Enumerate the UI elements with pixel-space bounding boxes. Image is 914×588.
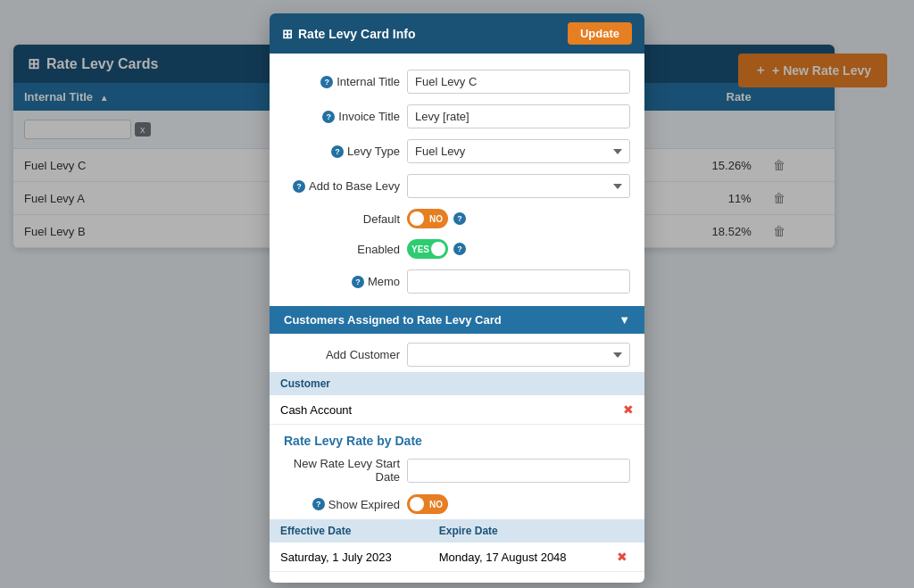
modal-title-text: Rate Levy Card Info	[298, 27, 415, 41]
show-expired-slider: NO	[407, 494, 448, 514]
rate-levy-card-modal: ⊞ Rate Levy Card Info Update ? Internal …	[270, 13, 644, 583]
modal-overlay: ⊞ Rate Levy Card Info Update ? Internal …	[0, 0, 914, 588]
levy-type-label: ? Levy Type	[284, 145, 400, 158]
modal-card-icon: ⊞	[282, 27, 293, 41]
invoice-title-label: ? Invoice Title	[284, 110, 400, 123]
default-toggle[interactable]: NO	[407, 209, 448, 228]
help-icon[interactable]: ?	[322, 111, 335, 123]
add-customer-select[interactable]	[407, 343, 630, 367]
update-button[interactable]: Update	[568, 22, 632, 45]
default-toggle-wrap: NO ?	[407, 209, 466, 228]
enabled-toggle-wrap: YES ?	[407, 239, 466, 259]
actions-col	[606, 519, 644, 542]
internal-title-row: ? Internal Title	[270, 64, 644, 99]
default-label: Default	[284, 212, 400, 226]
show-expired-toggle-wrap: NO	[407, 494, 448, 514]
add-to-base-levy-row: ? Add to Base Levy	[270, 169, 644, 203]
add-to-base-levy-select[interactable]	[407, 174, 630, 198]
invoice-title-row: ? Invoice Title	[270, 99, 644, 134]
expire-date: Monday, 17 August 2048	[428, 542, 606, 572]
memo-label: ? Memo	[284, 275, 400, 288]
add-customer-label: Add Customer	[284, 348, 400, 361]
default-row: Default NO ?	[270, 203, 644, 234]
modal-title-wrap: ⊞ Rate Levy Card Info	[282, 27, 415, 41]
help-icon[interactable]: ?	[352, 276, 364, 288]
internal-title-input[interactable]	[407, 70, 630, 94]
help-icon[interactable]: ?	[331, 145, 344, 158]
remove-customer-btn[interactable]: ✖	[623, 402, 634, 417]
enabled-toggle[interactable]: YES	[407, 239, 448, 259]
chevron-down-icon: ▼	[619, 313, 630, 327]
levy-type-select[interactable]: Fuel Levy	[407, 139, 630, 163]
modal-header: ⊞ Rate Levy Card Info Update	[270, 13, 644, 54]
customer-col-action	[548, 372, 644, 395]
memo-input[interactable]	[407, 269, 630, 294]
rate-section-title: Rate Levy Rate by Date	[270, 425, 644, 451]
internal-title-label: ? Internal Title	[284, 75, 400, 88]
customers-section-header[interactable]: Customers Assigned to Rate Levy Card ▼	[270, 306, 644, 334]
toggle-no-label: NO	[429, 214, 443, 224]
customer-row: Cash Account ✖	[270, 395, 644, 425]
toggle-slider-off: NO	[407, 209, 448, 228]
memo-row: ? Memo	[270, 264, 644, 299]
enabled-label: Enabled	[284, 243, 400, 256]
help-icon[interactable]: ?	[320, 76, 333, 88]
expire-date-col: Expire Date	[428, 519, 606, 542]
show-expired-no-label: NO	[429, 500, 443, 509]
show-expired-row: ? Show Expired NO	[270, 489, 644, 519]
customer-col-header: Customer	[270, 372, 548, 395]
add-to-base-levy-label: ? Add to Base Levy	[284, 179, 400, 193]
customer-name: Cash Account	[270, 395, 548, 425]
invoice-title-input[interactable]	[407, 104, 630, 128]
toggle-yes-label: YES	[411, 244, 429, 254]
effective-date-col: Effective Date	[270, 519, 428, 542]
help-icon[interactable]: ?	[453, 212, 466, 225]
remove-date-row-btn[interactable]: ✖	[617, 550, 627, 564]
show-expired-toggle[interactable]: NO	[407, 494, 448, 514]
start-date-row: New Rate Levy Start Date	[270, 451, 644, 489]
date-row: Saturday, 1 July 2023 Monday, 17 August …	[270, 542, 644, 572]
levy-type-row: ? Levy Type Fuel Levy	[270, 134, 644, 169]
modal-body: ? Internal Title ? Invoice Title ? Levy …	[270, 54, 644, 583]
start-date-label: New Rate Levy Start Date	[284, 457, 400, 484]
help-icon[interactable]: ?	[312, 498, 325, 510]
toggle-slider-on: YES	[407, 239, 448, 259]
customer-table: Customer Cash Account ✖	[270, 372, 644, 425]
enabled-row: Enabled YES ?	[270, 234, 644, 264]
effective-date: Saturday, 1 July 2023	[270, 542, 428, 572]
help-icon[interactable]: ?	[453, 243, 466, 255]
add-customer-row: Add Customer	[270, 337, 644, 372]
start-date-input[interactable]	[407, 459, 630, 483]
help-icon[interactable]: ?	[293, 180, 305, 193]
show-expired-label: ? Show Expired	[284, 498, 400, 511]
date-table: Effective Date Expire Date Saturday, 1 J…	[270, 519, 644, 572]
